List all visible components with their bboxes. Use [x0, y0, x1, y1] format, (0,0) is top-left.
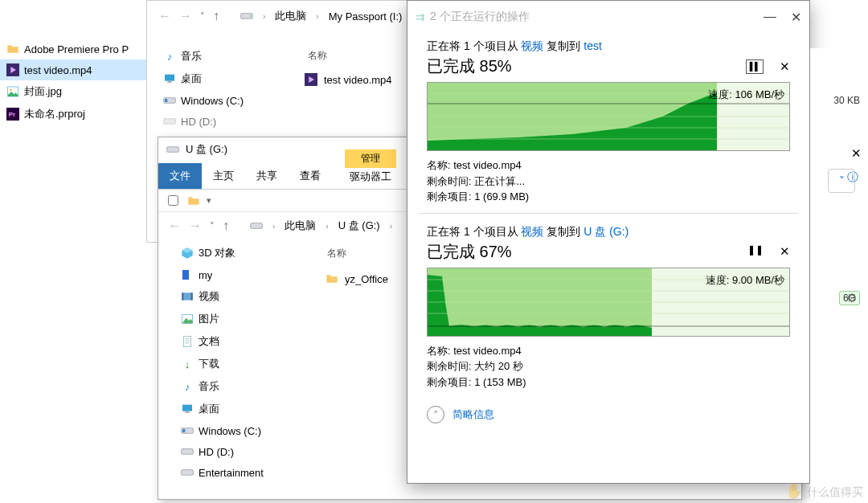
breadcrumb-sep: › [324, 222, 330, 231]
operation-description: 正在将 1 个项目从 视频 复制到 test [427, 39, 790, 54]
breadcrumb-item[interactable]: 此电脑 [275, 9, 306, 23]
breadcrumb-item[interactable]: My Passport (I:) [329, 10, 403, 22]
tree-item[interactable]: ♪音乐 [174, 375, 311, 398]
back-button[interactable]: ← [158, 9, 171, 23]
dest-link[interactable]: U 盘 (G:) [583, 225, 628, 238]
back-button[interactable]: ← [168, 219, 181, 233]
meta-remaining-time: 剩余时间: 大约 20 秒 [427, 358, 790, 374]
help-button[interactable]: ⓘ [847, 170, 858, 185]
ribbon-share-tab[interactable]: 共享 [245, 163, 289, 189]
tree-item[interactable]: 图片 [174, 308, 311, 330]
copy-operation: 正在将 1 个项目从 视频 复制到 test 已完成 85% ▌▌ ✕ 速度: … [407, 28, 809, 213]
ribbon-context-label: 管理 [345, 149, 396, 168]
tree-item[interactable]: Entertainment [174, 462, 311, 483]
drive-icon [181, 445, 194, 458]
chevron-up-icon: ˄ [427, 406, 444, 423]
music-icon: ♪ [181, 380, 194, 393]
source-link[interactable]: 视频 [521, 39, 543, 52]
breadcrumb-item[interactable]: U 盘 (G:) [338, 219, 380, 233]
close-button[interactable]: ✕ [791, 10, 801, 25]
tree-item[interactable]: Windows (C:) [174, 420, 311, 441]
pause-button[interactable]: ❚❚ [747, 244, 764, 259]
folder-icon [187, 194, 200, 207]
ribbon-file-tab[interactable]: 文件 [158, 163, 202, 189]
tree-item[interactable]: HD (D:) [158, 111, 287, 132]
file-item[interactable]: test video.mp4 [0, 59, 146, 80]
tree-item[interactable]: 桌面 [158, 67, 287, 90]
breadcrumb-sep: › [314, 12, 320, 21]
tree-item[interactable]: 3D 对象 [174, 242, 311, 264]
tree-item[interactable]: ♪音乐 [158, 45, 287, 67]
breadcrumb-sep: › [271, 222, 276, 231]
cancel-button[interactable]: ✕ [780, 244, 790, 259]
documents-icon [181, 335, 194, 348]
gear-icon[interactable]: ⚙ [846, 291, 857, 305]
operation-description: 正在将 1 个项目从 视频 复制到 U 盘 (G:) [427, 225, 790, 239]
select-all-checkbox[interactable] [168, 195, 178, 206]
svg-text:Pr: Pr [9, 111, 15, 118]
ribbon-tools-tab[interactable]: 驱动器工 [346, 168, 395, 189]
operation-meta: 名称: test video.mp4 剩余时间: 正在计算... 剩余项目: 1… [427, 157, 790, 205]
less-details-toggle[interactable]: ˄ 简略信息 [407, 398, 809, 431]
svg-point-3 [10, 89, 12, 92]
tree-item[interactable]: Windows (C:) [158, 90, 287, 111]
up-button[interactable]: ↑ [213, 9, 219, 23]
dialog-titlebar: ⇉ 2 个正在运行的操作 — ✕ [407, 1, 809, 28]
downloads-icon: ↓ [181, 358, 194, 370]
forward-button[interactable]: → [189, 219, 202, 233]
breadcrumb-item[interactable]: 此电脑 [285, 219, 316, 233]
svg-rect-30 [185, 411, 189, 412]
drive-icon [181, 466, 194, 479]
file-item[interactable]: 封面.jpg [0, 80, 146, 103]
svg-rect-21 [182, 292, 183, 300]
tree-item[interactable]: 文档 [174, 330, 311, 353]
up-button[interactable]: ↑ [223, 219, 229, 233]
less-info-label: 简略信息 [452, 407, 494, 422]
pause-button[interactable]: ▌▌ [746, 59, 764, 74]
nav-tree: ♪音乐 桌面 Windows (C:) HD (D:) [158, 45, 287, 132]
svg-rect-29 [182, 405, 192, 411]
file-size-text: 30 KB [833, 95, 860, 106]
ribbon-home-tab[interactable]: 主页 [202, 163, 245, 189]
svg-point-7 [250, 15, 252, 17]
dest-link[interactable]: test [583, 39, 602, 52]
speed-label: 速度: 106 MB/秒 [708, 88, 784, 102]
tree-item[interactable]: HD (D:) [174, 441, 311, 462]
history-dropdown[interactable]: ˅ [210, 221, 215, 231]
tree-item[interactable]: 视频 [174, 285, 311, 308]
file-label: 封面.jpg [24, 84, 62, 99]
minimize-button[interactable]: — [764, 10, 776, 25]
speed-chart: 速度: 106 MB/秒 [427, 82, 790, 151]
column-header-name[interactable]: 名称 [308, 49, 327, 63]
premiere-file-icon [305, 73, 317, 86]
svg-rect-11 [165, 99, 167, 102]
ribbon-view-tab[interactable]: 查看 [289, 163, 332, 189]
drive-icon [163, 94, 176, 107]
speed-chart: 速度: 9.00 MB/秒 [427, 268, 790, 337]
svg-rect-19 [182, 270, 189, 280]
music-icon: ♪ [163, 50, 176, 63]
cancel-button[interactable]: ✕ [780, 59, 790, 74]
tree-item[interactable]: my [174, 264, 311, 285]
tree-item[interactable]: 桌面 [174, 398, 311, 420]
forward-button[interactable]: → [179, 9, 192, 23]
file-item[interactable]: Adobe Premiere Pro P [0, 39, 146, 59]
file-label: 未命名.prproj [24, 107, 85, 121]
background-window-fragment: 30 KB ✕ ˅ ⓘ 6G ⚙ [810, 48, 868, 498]
tree-item[interactable]: ↓下载 [174, 353, 311, 375]
source-link[interactable]: 视频 [521, 225, 543, 238]
folder-row[interactable]: yz_Office [326, 272, 388, 285]
meta-remaining-items: 剩余项目: 1 (69.9 MB) [427, 189, 790, 205]
dialog-title: 2 个正在运行的操作 [430, 10, 530, 24]
history-dropdown[interactable]: ˅ [200, 11, 205, 22]
close-button[interactable]: ✕ [851, 146, 862, 161]
drive-icon [166, 143, 179, 156]
file-item[interactable]: Pr 未命名.prproj [0, 103, 146, 125]
file-row[interactable]: test video.mp4 [305, 73, 392, 86]
folder-icon [6, 43, 19, 55]
title-text: U 盘 (G:) [186, 142, 227, 157]
svg-rect-16 [251, 223, 263, 229]
file-label: test video.mp4 [24, 64, 92, 76]
file-label: Adobe Premiere Pro P [24, 43, 129, 55]
column-header-name[interactable]: 名称 [327, 247, 346, 260]
